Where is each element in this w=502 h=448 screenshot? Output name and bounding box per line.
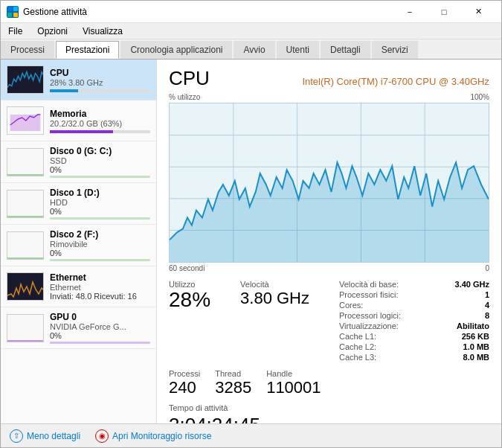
cores-key: Cores: [339,301,363,310]
cache-l3-key: Cache L3: [339,353,376,362]
cache-l2-val: 1.0 MB [463,342,489,351]
tabs-bar: Processi Prestazioni Cronologia applicaz… [1,39,501,60]
maximize-button[interactable]: □ [427,1,461,23]
tab-services[interactable]: Servizi [372,41,418,59]
stat-speed: Velocità 3.80 GHz [240,280,309,363]
ethernet-sidebar-info: Ethernet Ethernet Inviati: 48.0 Ricevuti… [50,272,150,301]
svg-rect-0 [7,7,12,11]
cache-l3-val: 8.0 MB [463,353,489,362]
disk1-bar [50,217,150,220]
chart-y-labels: % utilizzo 100% [169,93,489,101]
disk0-sidebar-type: SSD [50,156,150,165]
cpu-thumbnail [7,65,44,94]
sidebar-item-gpu0[interactable]: GPU 0 NVIDIA GeForce G... 0% [1,307,156,349]
svg-rect-1 [13,7,18,11]
logical-cpu-key: Processori logici: [339,311,401,320]
memory-thumbnail [7,106,44,135]
disk0-sidebar-label: Disco 0 (G: C:) [50,146,150,156]
minimize-button[interactable]: − [393,1,427,23]
tab-users[interactable]: Utenti [277,41,319,59]
main-panel: CPU Intel(R) Core(TM) i7-6700 CPU @ 3.40… [157,60,501,423]
detail-cache-l2: Cache L2: 1.0 MB [339,342,489,351]
close-button[interactable]: ✕ [461,1,495,23]
disk1-sidebar-value: 0% [50,207,150,216]
ethernet-thumbnail [7,272,44,301]
disk2-sidebar-value: 0% [50,249,150,257]
cpu-sidebar-info: CPU 28% 3.80 GHz [50,68,150,92]
sidebar-item-disk2[interactable]: Disco 2 (F:) Rimovibile 0% [1,225,156,266]
menu-file[interactable]: File [1,23,30,39]
tab-processes[interactable]: Processi [1,41,54,59]
tab-startup[interactable]: Avvio [234,41,274,59]
menu-options[interactable]: Opzioni [30,23,75,39]
disk2-sidebar-info: Disco 2 (F:) Rimovibile 0% [50,229,150,261]
details-right: Velocità di base: 3.40 GHz Processori fi… [339,280,489,363]
ethernet-sidebar-label: Ethernet [50,272,150,283]
chart-x-left: 60 secondi [169,264,205,272]
monitor-icon: ◉ [95,429,109,443]
detail-base-speed: Velocità di base: 3.40 GHz [339,280,489,289]
cores-val: 4 [485,301,489,310]
stat-processes: Processi 240 [169,369,200,397]
svg-rect-6 [7,149,44,176]
disk1-sidebar-type: HDD [50,198,150,207]
stats-row-2: Processi 240 Thread 3285 Handle 110001 [169,369,489,397]
disk2-bar [50,259,150,261]
stats-row-1: Utilizzo 28% Velocità 3.80 GHz Velocità … [169,280,489,363]
tab-app-history[interactable]: Cronologia applicazioni [120,41,232,59]
svg-marker-23 [170,162,489,262]
uptime-value: 3:04:24:45 [169,414,489,423]
handles-value: 110001 [266,378,321,397]
footer: ⇧ Meno dettagli ◉ Apri Monitoraggio riso… [1,423,501,447]
window-title: Gestione attività [23,7,393,17]
tab-performance[interactable]: Prestazioni [56,41,119,59]
sidebar-item-disk1[interactable]: Disco 1 (D:) HDD 0% [1,183,156,225]
cpu-panel-title: CPU [169,67,210,90]
processes-value: 240 [169,378,200,397]
sidebar-item-ethernet[interactable]: Ethernet Ethernet Inviati: 48.0 Ricevuti… [1,266,156,307]
ethernet-sidebar-sublabel: Ethernet [50,283,150,292]
sidebar-item-disk0[interactable]: Disco 0 (G: C:) SSD 0% [1,141,156,183]
open-monitor-button[interactable]: ◉ Apri Monitoraggio risorse [95,429,211,443]
cache-l1-val: 256 KB [462,332,489,341]
uptime-label: Tempo di attività [169,403,489,412]
cpu-model-label: Intel(R) Core(TM) i7-6700 CPU @ 3.40GHz [302,76,489,87]
stat-handles: Handle 110001 [266,369,321,397]
chart-x-labels: 60 secondi 0 [169,264,489,272]
utilization-value: 28% [169,289,210,312]
gpu0-sidebar-value: 0% [50,331,150,340]
cpu-header: CPU Intel(R) Core(TM) i7-6700 CPU @ 3.40… [169,67,489,90]
disk0-sidebar-value: 0% [50,165,150,174]
sidebar-item-memory[interactable]: Memoria 20.2/32.0 GB (63%) [1,100,156,141]
svg-rect-2 [7,13,12,17]
detail-physical-cpu: Processori fisici: 1 [339,290,489,299]
disk2-sidebar-label: Disco 2 (F:) [50,229,150,240]
base-speed-val: 3.40 GHz [455,280,489,289]
gpu0-thumbnail [7,314,44,342]
up-arrow-icon: ⇧ [10,429,23,443]
uptime-block: Tempo di attività 3:04:24:45 [169,403,489,423]
gpu0-sidebar-label: GPU 0 [50,312,150,322]
menu-view[interactable]: Visualizza [75,23,130,39]
disk1-thumbnail [7,190,44,218]
chart-y-max: 100% [470,93,489,101]
detail-logical-cpu: Processori logici: 8 [339,311,489,320]
open-monitor-label: Apri Monitoraggio risorse [112,431,211,441]
memory-sidebar-usage: 20.2/32.0 GB (63%) [50,119,150,128]
speed-label: Velocità [240,280,309,289]
memory-sidebar-info: Memoria 20.2/32.0 GB (63%) [50,109,150,133]
stat-threads: Thread 3285 [215,369,251,397]
menu-bar: File Opzioni Visualizza [1,23,501,39]
svg-rect-8 [7,191,44,218]
gpu0-sidebar-info: GPU 0 NVIDIA GeForce G... 0% [50,312,150,344]
disk1-sidebar-info: Disco 1 (D:) HDD 0% [50,188,150,220]
sidebar-item-cpu[interactable]: CPU 28% 3.80 GHz [1,60,156,100]
less-details-button[interactable]: ⇧ Meno dettagli [10,429,80,443]
speed-value: 3.80 GHz [240,289,309,308]
cache-l2-key: Cache L2: [339,342,376,351]
virtualization-val: Abilitato [457,321,489,330]
chart-x-right: 0 [485,264,489,272]
detail-virtualization: Virtualizzazione: Abilitato [339,321,489,330]
tab-details[interactable]: Dettagli [321,41,370,59]
disk2-thumbnail [7,231,44,260]
